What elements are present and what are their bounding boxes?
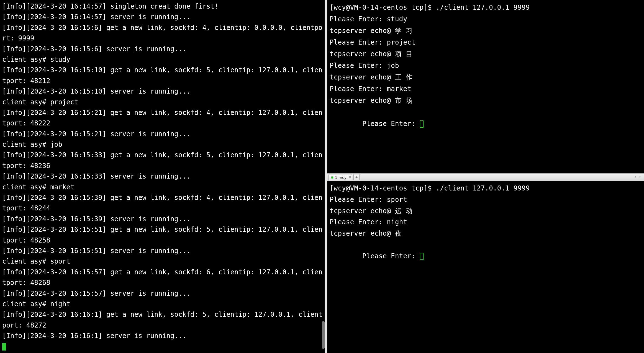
pane-divider[interactable] bbox=[325, 0, 327, 353]
shell-prompt-line: [wcy@VM-0-14-centos tcp]$ ./client 127.0… bbox=[330, 183, 641, 194]
split-layout: [Info][2024-3-20 16:14:57] singleton cre… bbox=[0, 0, 644, 353]
log-line: client asy# job bbox=[2, 139, 322, 150]
cursor-line[interactable] bbox=[2, 341, 322, 352]
log-line: [Info][2024-3-20 16:15:6] get a new link… bbox=[2, 22, 322, 44]
input-line: Please Enter: project bbox=[330, 37, 641, 48]
echo-line: tcpserver echo@ 夜 bbox=[330, 228, 641, 239]
log-line: client asy# market bbox=[2, 182, 322, 192]
log-line: [Info][2024-3-20 16:14:57] server is run… bbox=[2, 12, 322, 22]
log-line: [Info][2024-3-20 16:15:33] server is run… bbox=[2, 171, 322, 182]
waiting-prompt[interactable]: Please Enter: bbox=[330, 106, 641, 141]
scrollbar-thumb[interactable] bbox=[322, 321, 325, 349]
log-line: [Info][2024-3-20 16:15:57] get a new lin… bbox=[2, 267, 322, 288]
prompt-text: Please Enter: bbox=[362, 120, 420, 128]
log-line: [Info][2024-3-20 16:14:57] singleton cre… bbox=[2, 1, 322, 12]
close-icon[interactable]: × bbox=[349, 175, 351, 179]
shell-prompt-line: [wcy@VM-0-14-centos tcp]$ ./client 127.0… bbox=[330, 2, 641, 13]
tab-bar: 1 wcy × + ◂ ▸ bbox=[327, 173, 644, 181]
log-line: [Info][2024-3-20 16:16:1] get a new link… bbox=[2, 309, 322, 331]
log-line: client asy# sport bbox=[2, 256, 322, 267]
echo-line: tcpserver echo@ 市 场 bbox=[330, 95, 641, 106]
log-line: [Info][2024-3-20 16:16:1] server is runn… bbox=[2, 331, 322, 341]
echo-line: tcpserver echo@ 工 作 bbox=[330, 71, 641, 83]
echo-line: tcpserver echo@ 项 目 bbox=[330, 48, 641, 60]
server-terminal[interactable]: [Info][2024-3-20 16:14:57] singleton cre… bbox=[0, 0, 325, 353]
log-line: [Info][2024-3-20 16:15:21] server is run… bbox=[2, 129, 322, 139]
cursor-icon bbox=[420, 120, 424, 128]
input-line: Please Enter: sport bbox=[330, 194, 641, 205]
log-line: [Info][2024-3-20 16:15:51] get a new lin… bbox=[2, 224, 322, 246]
input-line: Please Enter: market bbox=[330, 83, 641, 95]
log-line: [Info][2024-3-20 16:15:33] get a new lin… bbox=[2, 150, 322, 171]
client-terminal-1[interactable]: [wcy@VM-0-14-centos tcp]$ ./client 127.0… bbox=[327, 0, 644, 173]
client-terminal-2[interactable]: [wcy@VM-0-14-centos tcp]$ ./client 127.0… bbox=[327, 181, 644, 353]
input-line: Please Enter: night bbox=[330, 217, 641, 228]
tab-label: 1 wcy bbox=[335, 175, 347, 180]
add-tab-button[interactable]: + bbox=[353, 174, 360, 180]
log-line: [Info][2024-3-20 16:15:21] get a new lin… bbox=[2, 107, 322, 129]
right-column: [wcy@VM-0-14-centos tcp]$ ./client 127.0… bbox=[327, 0, 644, 353]
echo-line: tcpserver echo@ 学 习 bbox=[330, 25, 641, 37]
log-line: [Info][2024-3-20 16:15:57] server is run… bbox=[2, 288, 322, 299]
log-line: client asy# night bbox=[2, 299, 322, 309]
waiting-prompt[interactable]: Please Enter: bbox=[330, 239, 641, 273]
cursor-icon bbox=[420, 253, 424, 260]
log-line: [Info][2024-3-20 16:15:39] server is run… bbox=[2, 214, 322, 224]
status-dot-icon bbox=[331, 176, 333, 179]
log-line: [Info][2024-3-20 16:15:39] get a new lin… bbox=[2, 192, 322, 214]
input-line: Please Enter: study bbox=[330, 13, 641, 25]
echo-line: tcpserver echo@ 运 动 bbox=[330, 205, 641, 217]
log-line: client asy# project bbox=[2, 97, 322, 107]
cursor-icon bbox=[2, 343, 6, 351]
tab-scroll-arrows-icon[interactable]: ◂ ▸ bbox=[634, 175, 642, 179]
log-line: [Info][2024-3-20 16:15:6] server is runn… bbox=[2, 44, 322, 54]
tab-session-1[interactable]: 1 wcy × bbox=[329, 174, 352, 181]
prompt-text: Please Enter: bbox=[362, 252, 420, 260]
log-line: [Info][2024-3-20 16:15:51] server is run… bbox=[2, 246, 322, 256]
log-line: client asy# study bbox=[2, 54, 322, 65]
log-line: [Info][2024-3-20 16:15:10] server is run… bbox=[2, 86, 322, 97]
input-line: Please Enter: job bbox=[330, 60, 641, 71]
log-line: [Info][2024-3-20 16:15:10] get a new lin… bbox=[2, 65, 322, 86]
